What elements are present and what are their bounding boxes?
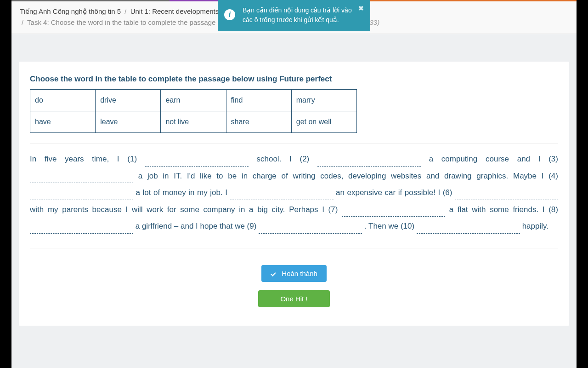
- info-icon: i: [224, 9, 235, 20]
- breadcrumb-course[interactable]: Tiếng Anh Công nghệ thông tin 5: [20, 7, 121, 15]
- passage-text: happily.: [522, 222, 548, 230]
- blank-4[interactable]: [30, 191, 133, 200]
- word-cell: marry: [291, 90, 356, 111]
- passage-text: a computing course and I (3): [429, 155, 558, 163]
- actions: Hoàn thành One Hit !: [30, 248, 558, 307]
- passage-text: . Then we (10): [364, 222, 417, 230]
- one-hit-button-label: One Hit !: [280, 295, 307, 303]
- check-icon: [271, 271, 277, 276]
- blank-6[interactable]: [455, 191, 558, 200]
- passage-text: a job in IT. I'd like to be in charge of…: [138, 172, 558, 180]
- passage-text: In five years time, I (1): [30, 155, 145, 163]
- word-cell: have: [30, 111, 96, 133]
- passage-text: a lot of money in my job. I: [136, 188, 230, 197]
- content-panel: Choose the word in the table to complete…: [19, 62, 569, 326]
- complete-button[interactable]: Hoàn thành: [261, 265, 327, 282]
- passage: In five years time, I (1) school. I (2) …: [30, 143, 558, 248]
- word-cell: get on well: [291, 111, 356, 133]
- word-cell: not live: [161, 111, 226, 133]
- word-cell: drive: [96, 90, 161, 111]
- blank-1[interactable]: [145, 158, 249, 167]
- passage-text: school. I (2): [256, 155, 317, 163]
- blank-2[interactable]: [317, 158, 421, 167]
- word-cell: leave: [96, 111, 161, 133]
- passage-text: with my parents because I will work for …: [30, 205, 342, 214]
- one-hit-button[interactable]: One Hit !: [258, 290, 329, 307]
- blank-3[interactable]: [30, 175, 133, 184]
- blank-8[interactable]: [30, 225, 133, 234]
- complete-button-label: Hoàn thành: [282, 270, 317, 277]
- blank-7[interactable]: [342, 208, 445, 217]
- word-cell: do: [30, 90, 96, 111]
- blank-10[interactable]: [417, 225, 520, 234]
- toast-alert: i Bạn cần điền nội dung câu trả lời vào …: [218, 0, 370, 31]
- instruction-text: Choose the word in the table to complete…: [30, 75, 558, 84]
- passage-text: a flat with some friends. I (8): [449, 205, 558, 214]
- passage-text: a girlfriend – and I hope that we (9): [136, 222, 259, 230]
- toast-text: Bạn cần điền nội dung câu trả lời vào cá…: [243, 6, 352, 23]
- close-icon[interactable]: ✖: [358, 4, 366, 11]
- breadcrumb-sep: /: [124, 7, 126, 15]
- blank-9[interactable]: [259, 225, 362, 234]
- blank-5[interactable]: [230, 191, 334, 200]
- word-cell: share: [226, 111, 291, 133]
- breadcrumb-sep: /: [22, 18, 23, 26]
- word-cell: earn: [161, 90, 226, 111]
- passage-text: an expensive car if possible! I (6): [336, 188, 455, 197]
- word-table: do drive earn find marry have leave not …: [30, 89, 357, 133]
- word-cell: find: [226, 90, 291, 111]
